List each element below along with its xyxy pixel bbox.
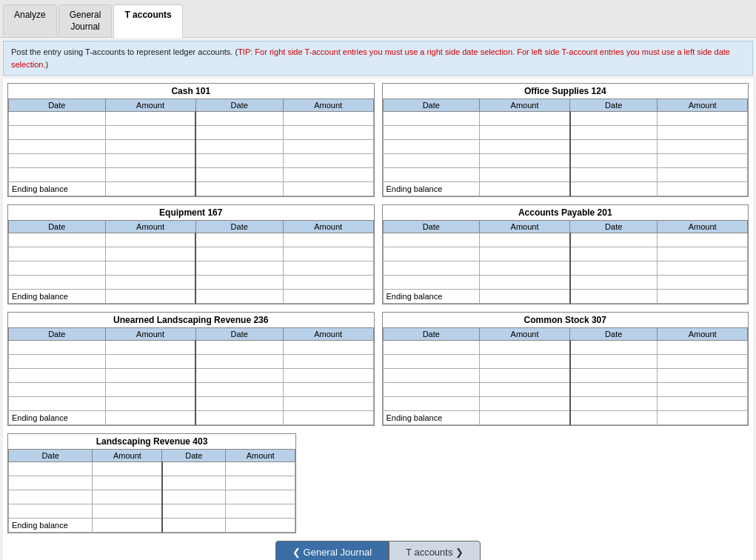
ap-r2-date2[interactable]	[571, 247, 658, 261]
next-button[interactable]: T accounts ❯	[389, 541, 481, 560]
ulr-r2-amt1[interactable]	[106, 355, 195, 368]
cash-ending-amt2[interactable]	[284, 182, 373, 196]
ap-r1-date2[interactable]	[571, 233, 658, 247]
os-ending-amt2[interactable]	[658, 182, 747, 196]
ulr-r3-date1[interactable]	[9, 369, 105, 382]
ap-ending-date2[interactable]	[571, 290, 658, 303]
ulr-r3-amt1[interactable]	[106, 369, 195, 382]
ap-r2-amt2[interactable]	[658, 247, 747, 261]
os-ending-amt1[interactable]	[480, 182, 569, 196]
lr-ending-amt1[interactable]	[93, 519, 161, 532]
cash-r1-date1[interactable]	[9, 112, 105, 125]
ulr-r5-date1[interactable]	[9, 397, 105, 410]
cash-r1-date2[interactable]	[196, 112, 283, 125]
eq-ending-amt2[interactable]	[284, 290, 373, 303]
os-r5-amt2[interactable]	[658, 168, 747, 181]
os-r3-amt2[interactable]	[658, 140, 747, 153]
cash-r2-amt2[interactable]	[284, 126, 373, 139]
eq-r1-date2[interactable]	[196, 233, 283, 247]
ulr-r5-amt1[interactable]	[106, 397, 195, 410]
eq-r2-date1[interactable]	[9, 247, 105, 261]
ulr-r5-date2[interactable]	[196, 397, 283, 410]
os-r2-amt1[interactable]	[480, 126, 569, 139]
os-r1-date2[interactable]	[571, 112, 658, 125]
os-r5-date2[interactable]	[571, 168, 658, 181]
cs-r3-amt2[interactable]	[658, 369, 747, 382]
cs-ending-amt1[interactable]	[480, 411, 569, 424]
os-r1-amt1[interactable]	[480, 112, 569, 125]
cash-ending-amt1[interactable]	[106, 182, 195, 196]
cs-r5-amt2[interactable]	[658, 397, 747, 410]
eq-r2-date2[interactable]	[196, 247, 283, 261]
eq-r3-amt1[interactable]	[106, 261, 195, 275]
ulr-ending-date2[interactable]	[196, 411, 283, 424]
cash-r3-date1[interactable]	[9, 140, 105, 153]
ap-r4-date1[interactable]	[384, 276, 480, 289]
cs-r1-date2[interactable]	[571, 341, 658, 354]
lr-r1-amt2[interactable]	[226, 462, 295, 476]
eq-r3-amt2[interactable]	[284, 261, 373, 275]
prev-button[interactable]: ❮ General Journal	[275, 541, 389, 560]
os-r2-date2[interactable]	[571, 126, 658, 139]
ap-r2-amt1[interactable]	[480, 247, 569, 261]
eq-r4-date2[interactable]	[196, 276, 283, 289]
cs-r3-date2[interactable]	[571, 369, 658, 382]
cash-r5-date1[interactable]	[9, 168, 105, 181]
ulr-r4-amt1[interactable]	[106, 383, 195, 396]
cs-ending-amt2[interactable]	[658, 411, 747, 424]
eq-r3-date2[interactable]	[196, 261, 283, 275]
os-r4-date1[interactable]	[384, 154, 480, 167]
cash-r4-date2[interactable]	[196, 154, 283, 167]
lr-r3-date1[interactable]	[9, 490, 92, 504]
tab-t-accounts[interactable]: T accounts	[113, 4, 182, 38]
ap-r4-date2[interactable]	[571, 276, 658, 289]
lr-r2-amt1[interactable]	[93, 476, 161, 490]
ulr-ending-amt1[interactable]	[106, 411, 195, 424]
cash-r1-amt2[interactable]	[284, 112, 373, 125]
os-r1-date1[interactable]	[384, 112, 480, 125]
tab-analyze[interactable]: Analyze	[3, 4, 57, 37]
cs-r3-date1[interactable]	[384, 369, 480, 382]
cs-ending-date2[interactable]	[571, 411, 658, 424]
ap-ending-amt1[interactable]	[480, 290, 569, 303]
cs-r2-date1[interactable]	[384, 355, 480, 368]
lr-r4-amt2[interactable]	[226, 504, 295, 518]
cs-r4-date2[interactable]	[571, 383, 658, 396]
cs-r2-date2[interactable]	[571, 355, 658, 368]
ap-r1-date1[interactable]	[384, 233, 480, 247]
ulr-ending-amt2[interactable]	[284, 411, 373, 424]
cash-r4-amt2[interactable]	[284, 154, 373, 167]
cs-r4-amt1[interactable]	[480, 383, 569, 396]
cash-r4-amt1[interactable]	[106, 154, 195, 167]
lr-r4-date2[interactable]	[163, 504, 226, 518]
cash-r5-amt1[interactable]	[106, 168, 195, 181]
ap-r3-date2[interactable]	[571, 261, 658, 275]
lr-r2-amt2[interactable]	[226, 476, 295, 490]
lr-r3-amt2[interactable]	[226, 490, 295, 504]
ulr-r2-date2[interactable]	[196, 355, 283, 368]
cash-ending-date2[interactable]	[196, 182, 283, 196]
cash-r3-date2[interactable]	[196, 140, 283, 153]
os-r5-date1[interactable]	[384, 168, 480, 181]
ulr-r4-date1[interactable]	[9, 383, 105, 396]
tab-general-journal[interactable]: General Journal	[58, 4, 113, 37]
os-r3-amt1[interactable]	[480, 140, 569, 153]
cs-r3-amt1[interactable]	[480, 369, 569, 382]
cs-r5-date1[interactable]	[384, 397, 480, 410]
eq-r1-date1[interactable]	[9, 233, 105, 247]
os-r3-date2[interactable]	[571, 140, 658, 153]
eq-r2-amt2[interactable]	[284, 247, 373, 261]
os-r2-amt2[interactable]	[658, 126, 747, 139]
cs-r4-amt2[interactable]	[658, 383, 747, 396]
lr-r1-amt1[interactable]	[93, 462, 161, 476]
ap-r3-amt1[interactable]	[480, 261, 569, 275]
eq-r2-amt1[interactable]	[106, 247, 195, 261]
ulr-r3-amt2[interactable]	[284, 369, 373, 382]
ap-r3-date1[interactable]	[384, 261, 480, 275]
cash-r4-date1[interactable]	[9, 154, 105, 167]
eq-r4-amt1[interactable]	[106, 276, 195, 289]
os-r4-amt2[interactable]	[658, 154, 747, 167]
lr-r3-amt1[interactable]	[93, 490, 161, 504]
cash-r3-amt2[interactable]	[284, 140, 373, 153]
cash-r2-amt1[interactable]	[106, 126, 195, 139]
